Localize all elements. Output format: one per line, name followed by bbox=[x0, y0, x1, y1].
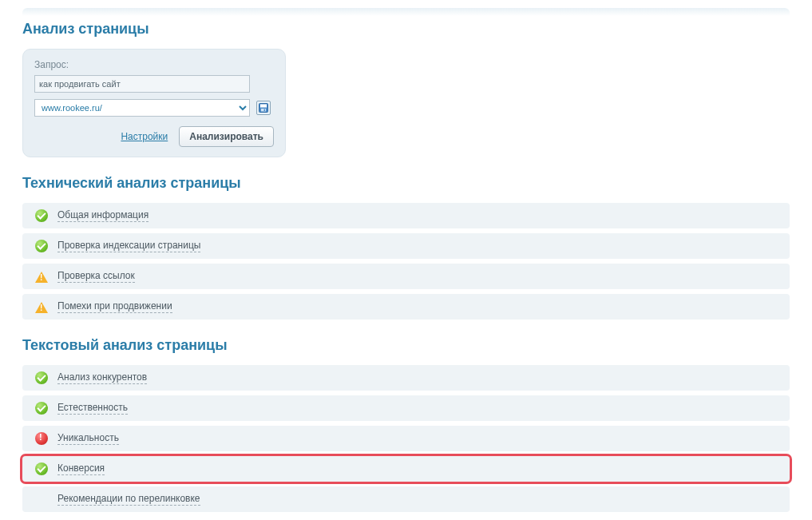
check-icon bbox=[35, 402, 48, 415]
list-item-label: Конверсия bbox=[57, 462, 105, 475]
textual-section-title: Текстовый анализ страницы bbox=[22, 337, 790, 354]
settings-link[interactable]: Настройки bbox=[121, 131, 168, 142]
list-item-label: Анализ конкурентов bbox=[57, 371, 147, 384]
list-item[interactable]: Помехи при продвижении bbox=[22, 294, 790, 320]
url-select[interactable]: www.rookee.ru/ bbox=[34, 99, 250, 117]
warning-icon bbox=[35, 302, 48, 313]
list-item[interactable]: Естественность bbox=[22, 395, 790, 421]
list-item-label: Помехи при продвижении bbox=[57, 300, 172, 313]
list-item[interactable]: Рекомендации по перелинковке bbox=[22, 486, 790, 512]
list-item-label: Общая информация bbox=[57, 209, 149, 222]
warning-icon bbox=[35, 272, 48, 283]
floppy-icon bbox=[259, 103, 268, 113]
svg-rect-1 bbox=[260, 105, 267, 108]
list-item[interactable]: Общая информация bbox=[22, 203, 790, 228]
error-icon bbox=[35, 432, 48, 445]
page-top-shadow bbox=[22, 8, 790, 16]
list-item[interactable]: Анализ конкурентов bbox=[22, 365, 790, 391]
check-icon bbox=[35, 240, 48, 252]
check-icon bbox=[35, 209, 48, 222]
technical-item-list: Общая информацияПроверка индексации стра… bbox=[22, 203, 790, 320]
list-item-label: Рекомендации по перелинковке bbox=[57, 493, 200, 506]
list-item-label: Уникальность bbox=[57, 432, 119, 445]
technical-section-title: Технический анализ страницы bbox=[22, 175, 790, 192]
url-row: www.rookee.ru/ bbox=[34, 99, 274, 117]
list-item[interactable]: Проверка индексации страницы bbox=[22, 233, 790, 259]
svg-rect-3 bbox=[264, 109, 266, 112]
list-item[interactable]: Конверсия bbox=[22, 456, 790, 482]
list-item[interactable]: Проверка ссылок bbox=[22, 264, 790, 289]
list-item-label: Естественность bbox=[57, 402, 128, 415]
save-icon[interactable] bbox=[256, 101, 271, 115]
query-panel: Запрос: www.rookee.ru/ Настройки Анализи… bbox=[22, 49, 286, 157]
check-icon bbox=[35, 462, 48, 475]
query-label: Запрос: bbox=[34, 59, 274, 70]
query-input[interactable] bbox=[34, 75, 250, 93]
list-item-label: Проверка ссылок bbox=[57, 270, 135, 283]
check-icon bbox=[35, 371, 48, 384]
list-item-label: Проверка индексации страницы bbox=[57, 240, 200, 252]
analyze-button[interactable]: Анализировать bbox=[179, 126, 274, 147]
page-title: Анализ страницы bbox=[22, 21, 790, 38]
svg-rect-2 bbox=[261, 109, 266, 112]
textual-item-list: Анализ конкурентовЕстественностьУникальн… bbox=[22, 365, 790, 512]
actions-row: Настройки Анализировать bbox=[34, 126, 274, 147]
list-item[interactable]: Уникальность bbox=[22, 426, 790, 451]
